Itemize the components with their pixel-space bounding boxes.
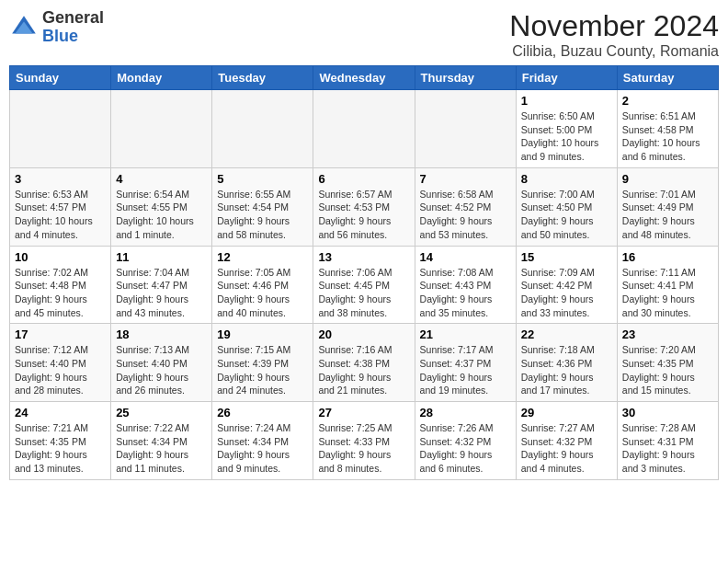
day-info: Sunrise: 7:02 AM Sunset: 4:48 PM Dayligh…	[15, 266, 106, 320]
day-number: 29	[521, 406, 612, 419]
table-row	[10, 90, 111, 168]
day-number: 21	[420, 327, 511, 341]
day-number: 22	[521, 327, 612, 341]
day-info: Sunrise: 7:04 AM Sunset: 4:47 PM Dayligh…	[116, 266, 207, 320]
day-info: Sunrise: 6:57 AM Sunset: 4:53 PM Dayligh…	[318, 188, 409, 242]
day-info: Sunrise: 7:21 AM Sunset: 4:35 PM Dayligh…	[15, 421, 106, 476]
day-number: 16	[622, 250, 713, 264]
logo-blue: Blue	[42, 28, 104, 46]
header-thursday: Thursday	[415, 66, 516, 90]
calendar-row: 24Sunrise: 7:21 AM Sunset: 4:35 PM Dayli…	[10, 402, 719, 480]
table-row: 24Sunrise: 7:21 AM Sunset: 4:35 PM Dayli…	[10, 402, 111, 480]
day-number: 20	[318, 327, 409, 341]
table-row: 26Sunrise: 7:24 AM Sunset: 4:34 PM Dayli…	[212, 402, 313, 480]
day-info: Sunrise: 6:53 AM Sunset: 4:57 PM Dayligh…	[15, 188, 106, 242]
table-row: 14Sunrise: 7:08 AM Sunset: 4:43 PM Dayli…	[415, 246, 516, 324]
header-monday: Monday	[111, 66, 212, 90]
day-info: Sunrise: 6:58 AM Sunset: 4:52 PM Dayligh…	[420, 188, 511, 242]
header: General Blue November 2024 Cilibia, Buza…	[9, 9, 719, 60]
location-title: Cilibia, Buzau County, Romania	[509, 43, 719, 60]
table-row: 6Sunrise: 6:57 AM Sunset: 4:53 PM Daylig…	[313, 167, 415, 246]
header-friday: Friday	[516, 66, 617, 90]
day-info: Sunrise: 7:27 AM Sunset: 4:32 PM Dayligh…	[521, 421, 612, 476]
table-row: 7Sunrise: 6:58 AM Sunset: 4:52 PM Daylig…	[415, 167, 516, 246]
table-row: 25Sunrise: 7:22 AM Sunset: 4:34 PM Dayli…	[111, 402, 212, 480]
day-number: 11	[116, 250, 207, 264]
day-number: 4	[116, 172, 207, 186]
table-row: 22Sunrise: 7:18 AM Sunset: 4:36 PM Dayli…	[516, 324, 617, 402]
header-saturday: Saturday	[617, 66, 718, 90]
day-info: Sunrise: 7:17 AM Sunset: 4:37 PM Dayligh…	[420, 343, 511, 397]
day-number: 10	[15, 250, 106, 264]
day-number: 7	[420, 172, 511, 186]
table-row: 20Sunrise: 7:16 AM Sunset: 4:38 PM Dayli…	[313, 324, 415, 402]
table-row	[313, 90, 415, 168]
table-row: 13Sunrise: 7:06 AM Sunset: 4:45 PM Dayli…	[313, 246, 415, 324]
logo-general: General	[42, 9, 104, 28]
day-info: Sunrise: 6:54 AM Sunset: 4:55 PM Dayligh…	[116, 188, 207, 242]
day-info: Sunrise: 6:50 AM Sunset: 5:00 PM Dayligh…	[521, 109, 612, 164]
logo-icon	[9, 13, 39, 42]
day-info: Sunrise: 7:28 AM Sunset: 4:31 PM Dayligh…	[622, 421, 713, 476]
day-info: Sunrise: 7:01 AM Sunset: 4:49 PM Dayligh…	[622, 188, 713, 242]
table-row: 12Sunrise: 7:05 AM Sunset: 4:46 PM Dayli…	[212, 246, 313, 324]
table-row: 3Sunrise: 6:53 AM Sunset: 4:57 PM Daylig…	[10, 167, 111, 246]
day-number: 1	[521, 94, 612, 108]
day-info: Sunrise: 6:51 AM Sunset: 4:58 PM Dayligh…	[622, 109, 713, 164]
logo: General Blue	[9, 9, 104, 46]
day-info: Sunrise: 7:08 AM Sunset: 4:43 PM Dayligh…	[420, 266, 511, 320]
table-row: 8Sunrise: 7:00 AM Sunset: 4:50 PM Daylig…	[516, 167, 617, 246]
table-row: 18Sunrise: 7:13 AM Sunset: 4:40 PM Dayli…	[111, 324, 212, 402]
day-info: Sunrise: 7:24 AM Sunset: 4:34 PM Dayligh…	[217, 421, 308, 476]
calendar-row: 17Sunrise: 7:12 AM Sunset: 4:40 PM Dayli…	[10, 324, 719, 402]
day-info: Sunrise: 7:06 AM Sunset: 4:45 PM Dayligh…	[318, 266, 409, 320]
day-number: 28	[420, 406, 511, 419]
day-number: 5	[217, 172, 308, 186]
day-info: Sunrise: 7:13 AM Sunset: 4:40 PM Dayligh…	[116, 343, 207, 397]
calendar-row: 10Sunrise: 7:02 AM Sunset: 4:48 PM Dayli…	[10, 246, 719, 324]
day-number: 3	[15, 172, 106, 186]
table-row: 9Sunrise: 7:01 AM Sunset: 4:49 PM Daylig…	[617, 167, 718, 246]
day-info: Sunrise: 7:26 AM Sunset: 4:32 PM Dayligh…	[420, 421, 511, 476]
day-info: Sunrise: 7:16 AM Sunset: 4:38 PM Dayligh…	[318, 343, 409, 397]
day-number: 2	[622, 94, 713, 108]
day-number: 8	[521, 172, 612, 186]
day-number: 17	[15, 327, 106, 341]
month-title: November 2024	[509, 9, 719, 43]
header-tuesday: Tuesday	[212, 66, 313, 90]
day-info: Sunrise: 7:18 AM Sunset: 4:36 PM Dayligh…	[521, 343, 612, 397]
table-row: 23Sunrise: 7:20 AM Sunset: 4:35 PM Dayli…	[617, 324, 718, 402]
calendar: Sunday Monday Tuesday Wednesday Thursday…	[9, 65, 719, 480]
day-number: 12	[217, 250, 308, 264]
day-number: 23	[622, 327, 713, 341]
table-row: 15Sunrise: 7:09 AM Sunset: 4:42 PM Dayli…	[516, 246, 617, 324]
calendar-row: 1Sunrise: 6:50 AM Sunset: 5:00 PM Daylig…	[10, 90, 719, 168]
day-info: Sunrise: 7:22 AM Sunset: 4:34 PM Dayligh…	[116, 421, 207, 476]
table-row: 4Sunrise: 6:54 AM Sunset: 4:55 PM Daylig…	[111, 167, 212, 246]
day-number: 9	[622, 172, 713, 186]
day-number: 27	[318, 406, 409, 419]
logo-text: General Blue	[42, 9, 104, 46]
table-row: 5Sunrise: 6:55 AM Sunset: 4:54 PM Daylig…	[212, 167, 313, 246]
table-row: 30Sunrise: 7:28 AM Sunset: 4:31 PM Dayli…	[617, 402, 718, 480]
day-info: Sunrise: 6:55 AM Sunset: 4:54 PM Dayligh…	[217, 188, 308, 242]
day-info: Sunrise: 7:25 AM Sunset: 4:33 PM Dayligh…	[318, 421, 409, 476]
table-row: 21Sunrise: 7:17 AM Sunset: 4:37 PM Dayli…	[415, 324, 516, 402]
table-row: 17Sunrise: 7:12 AM Sunset: 4:40 PM Dayli…	[10, 324, 111, 402]
day-info: Sunrise: 7:05 AM Sunset: 4:46 PM Dayligh…	[217, 266, 308, 320]
calendar-row: 3Sunrise: 6:53 AM Sunset: 4:57 PM Daylig…	[10, 167, 719, 246]
day-number: 30	[622, 406, 713, 419]
table-row: 19Sunrise: 7:15 AM Sunset: 4:39 PM Dayli…	[212, 324, 313, 402]
day-number: 18	[116, 327, 207, 341]
title-area: November 2024 Cilibia, Buzau County, Rom…	[509, 9, 719, 60]
day-info: Sunrise: 7:00 AM Sunset: 4:50 PM Dayligh…	[521, 188, 612, 242]
table-row	[212, 90, 313, 168]
table-row: 1Sunrise: 6:50 AM Sunset: 5:00 PM Daylig…	[516, 90, 617, 168]
table-row	[415, 90, 516, 168]
header-wednesday: Wednesday	[313, 66, 415, 90]
table-row	[111, 90, 212, 168]
day-number: 26	[217, 406, 308, 419]
day-info: Sunrise: 7:20 AM Sunset: 4:35 PM Dayligh…	[622, 343, 713, 397]
day-info: Sunrise: 7:12 AM Sunset: 4:40 PM Dayligh…	[15, 343, 106, 397]
table-row: 10Sunrise: 7:02 AM Sunset: 4:48 PM Dayli…	[10, 246, 111, 324]
